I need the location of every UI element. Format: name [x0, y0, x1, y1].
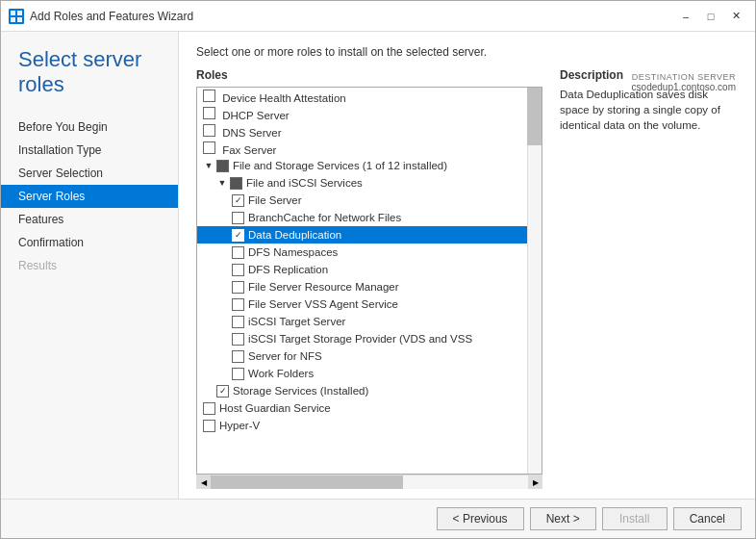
page-title: Select server roles: [18, 47, 161, 98]
sidebar-item-installation-type[interactable]: Installation Type: [1, 139, 178, 162]
sidebar-item-confirmation[interactable]: Confirmation: [1, 231, 178, 254]
server-hostname: csodedup1.contoso.com: [632, 82, 736, 92]
list-item[interactable]: BranchCache for Network Files: [197, 209, 527, 226]
list-item[interactable]: File Server VSS Agent Service: [197, 295, 527, 313]
sidebar-item-results: Results: [1, 254, 178, 277]
list-item[interactable]: Fax Server: [197, 140, 527, 157]
list-item[interactable]: ▼ File and Storage Services (1 of 12 ins…: [197, 157, 527, 174]
checkbox-dns[interactable]: [203, 124, 215, 137]
role-label: File Server Resource Manager: [248, 281, 399, 293]
checkbox-dhcp[interactable]: [203, 107, 215, 119]
role-label: BranchCache for Network Files: [248, 212, 401, 223]
two-column-layout: Roles Device Health Attestation: [196, 68, 738, 489]
checkbox-fsrm[interactable]: [232, 281, 244, 294]
list-item[interactable]: DFS Namespaces: [197, 244, 527, 261]
list-item[interactable]: DNS Server: [197, 122, 527, 140]
role-label: iSCSI Target Storage Provider (VDS and V…: [248, 333, 472, 345]
list-item[interactable]: Storage Services (Installed): [197, 382, 527, 399]
list-item[interactable]: File Server: [197, 192, 527, 209]
scroll-thumb[interactable]: [527, 88, 542, 145]
instruction-text: Select one or more roles to install on t…: [196, 45, 738, 59]
role-label: File Server: [248, 194, 302, 206]
sidebar-item-server-roles[interactable]: Server Roles: [1, 185, 178, 208]
checkbox-work-folders[interactable]: [232, 368, 244, 380]
role-label: Host Guardian Service: [219, 402, 331, 414]
horiz-scroll-thumb[interactable]: [211, 475, 403, 489]
list-item[interactable]: DHCP Server: [197, 105, 527, 122]
checkbox-iscsi-storage[interactable]: [232, 333, 244, 346]
checkbox-branchcache[interactable]: [232, 212, 244, 224]
close-button[interactable]: ✕: [724, 7, 747, 26]
server-info-label: DESTINATION SERVER: [632, 72, 736, 82]
next-button[interactable]: Next >: [530, 507, 596, 530]
content-area: DESTINATION SERVER csodedup1.contoso.com…: [1, 32, 755, 499]
maximize-button[interactable]: □: [699, 7, 722, 26]
scroll-left-btn[interactable]: ◀: [196, 475, 211, 490]
collapse-icon[interactable]: ▼: [203, 160, 214, 171]
role-label: File Server VSS Agent Service: [248, 298, 398, 310]
svg-rect-1: [17, 11, 22, 15]
server-info: DESTINATION SERVER csodedup1.contoso.com: [632, 72, 736, 92]
list-item[interactable]: Work Folders: [197, 365, 527, 382]
checkbox-dfs-ns[interactable]: [232, 246, 244, 259]
list-item[interactable]: ▼ File and iSCSI Services: [197, 174, 527, 192]
list-item[interactable]: Data Deduplication: [197, 226, 527, 244]
footer: < Previous Next > Install Cancel: [1, 499, 755, 538]
checkbox-vss[interactable]: [232, 298, 244, 311]
role-label: Work Folders: [248, 368, 314, 379]
horizontal-scrollbar[interactable]: ◀ ▶: [196, 475, 542, 489]
sidebar-item-features[interactable]: Features: [1, 208, 178, 231]
checkbox-storage-svc[interactable]: [216, 385, 229, 398]
list-item[interactable]: iSCSI Target Storage Provider (VDS and V…: [197, 330, 527, 347]
list-item[interactable]: iSCSI Target Server: [197, 313, 527, 330]
title-bar: Add Roles and Features Wizard – □ ✕: [1, 1, 755, 32]
svg-rect-2: [11, 17, 15, 22]
list-item[interactable]: Host Guardian Service: [197, 399, 527, 417]
checkbox-host-guardian[interactable]: [203, 402, 215, 415]
list-item[interactable]: File Server Resource Manager: [197, 278, 527, 295]
checkbox-dfs-rep[interactable]: [232, 264, 244, 276]
role-label: DFS Replication: [248, 264, 328, 275]
checkbox-fax[interactable]: [203, 141, 215, 154]
checkbox-file-iscsi[interactable]: [230, 177, 242, 190]
role-label: DFS Namespaces: [248, 246, 338, 258]
main-window: Add Roles and Features Wizard – □ ✕ DEST…: [0, 0, 756, 539]
role-label: File and Storage Services (1 of 12 insta…: [233, 160, 447, 171]
description-text: Data Deduplication saves disk space by s…: [560, 87, 738, 133]
list-item[interactable]: Device Health Attestation: [197, 88, 527, 105]
role-label: Storage Services (Installed): [233, 385, 368, 397]
previous-button[interactable]: < Previous: [437, 507, 524, 530]
sidebar: Select server roles Before You Begin Ins…: [1, 32, 179, 499]
sidebar-item-before-you-begin[interactable]: Before You Begin: [1, 116, 178, 139]
checkbox-file-server[interactable]: [232, 194, 244, 207]
role-label: DHCP Server: [222, 110, 289, 121]
role-label: DNS Server: [222, 127, 281, 139]
scroll-right-btn[interactable]: ▶: [528, 475, 542, 490]
checkbox-device-health[interactable]: [203, 90, 215, 102]
install-button[interactable]: Install: [602, 507, 668, 530]
app-icon: [9, 9, 24, 24]
roles-panel: Roles Device Health Attestation: [196, 68, 542, 489]
window-title: Add Roles and Features Wizard: [30, 10, 193, 23]
minimize-button[interactable]: –: [674, 7, 697, 26]
list-item[interactable]: Server for NFS: [197, 347, 527, 365]
list-item[interactable]: Hyper-V: [197, 417, 527, 434]
roles-list-container[interactable]: Device Health Attestation DHCP Server: [196, 87, 542, 475]
checkbox-file-storage[interactable]: [216, 160, 229, 172]
list-item[interactable]: DFS Replication: [197, 261, 527, 278]
sidebar-nav: Before You Begin Installation Type Serve…: [1, 116, 178, 277]
role-label: iSCSI Target Server: [248, 316, 345, 327]
role-label: Device Health Attestation: [222, 92, 346, 104]
role-label: File and iSCSI Services: [246, 177, 363, 189]
sidebar-item-server-selection[interactable]: Server Selection: [1, 162, 178, 185]
description-panel: Description Data Deduplication saves dis…: [560, 68, 738, 489]
checkbox-data-dedup[interactable]: [232, 229, 244, 242]
svg-rect-0: [11, 11, 15, 15]
vertical-scrollbar[interactable]: [527, 88, 542, 474]
role-label: Hyper-V: [219, 420, 260, 431]
collapse-icon-iscsi[interactable]: ▼: [216, 177, 228, 189]
checkbox-nfs[interactable]: [232, 350, 244, 363]
checkbox-hyper-v[interactable]: [203, 420, 215, 432]
checkbox-iscsi-target[interactable]: [232, 316, 244, 328]
cancel-button[interactable]: Cancel: [673, 507, 742, 530]
